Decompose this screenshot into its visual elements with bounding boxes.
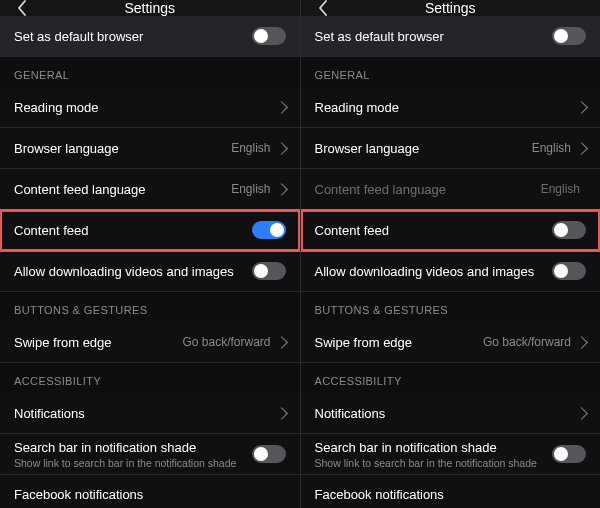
section-accessibility: ACCESSIBILITY [301,363,601,393]
search-bar-shade[interactable]: Search bar in notification shade Show li… [0,434,300,475]
search-bar-shade-sub: Show link to search bar in the notificat… [14,457,252,469]
page-title: Settings [425,0,476,16]
chevron-right-icon [275,101,288,114]
header-bar: Settings [0,0,300,16]
set-default-browser[interactable]: Set as default browser [301,16,601,57]
browser-language[interactable]: Browser language English [0,128,300,169]
allow-download[interactable]: Allow downloading videos and images [0,251,300,292]
chevron-right-icon [575,101,588,114]
section-buttons-gestures: BUTTONS & GESTURES [301,292,601,322]
content-feed-language: Content feed language English [301,169,601,210]
chevron-right-icon [275,336,288,349]
default-browser-toggle[interactable] [252,27,286,45]
browser-language[interactable]: Browser language English [301,128,601,169]
back-button[interactable] [6,0,38,16]
browser-language-value: English [231,141,270,155]
chevron-right-icon [275,407,288,420]
search-bar-shade-label: Search bar in notification shade Show li… [14,440,252,469]
content-feed-toggle[interactable] [552,221,586,239]
search-bar-shade-toggle[interactable] [552,445,586,463]
content-feed-label: Content feed [14,223,252,238]
facebook-notifications[interactable]: Facebook notifications [301,475,601,508]
reading-mode-label: Reading mode [14,100,277,115]
default-browser-label: Set as default browser [315,29,553,44]
content-feed-language-label: Content feed language [14,182,231,197]
section-buttons-gestures: BUTTONS & GESTURES [0,292,300,322]
swipe-from-edge[interactable]: Swipe from edge Go back/forward [0,322,300,363]
search-bar-shade-sub: Show link to search bar in the notificat… [315,457,553,469]
content-feed-language-value: English [231,182,270,196]
browser-language-value: English [532,141,571,155]
header-bar: Settings [301,0,601,16]
allow-download[interactable]: Allow downloading videos and images [301,251,601,292]
facebook-notifications-label: Facebook notifications [315,487,587,502]
section-general: GENERAL [0,57,300,87]
swipe-from-edge-label: Swipe from edge [315,335,483,350]
facebook-notifications-label: Facebook notifications [14,487,286,502]
chevron-right-icon [575,336,588,349]
search-bar-shade-toggle[interactable] [252,445,286,463]
notifications[interactable]: Notifications [301,393,601,434]
settings-panel-left: Settings Set as default browser GENERAL … [0,0,300,508]
reading-mode[interactable]: Reading mode [301,87,601,128]
chevron-right-icon [275,183,288,196]
content-feed[interactable]: Content feed [0,210,300,251]
reading-mode[interactable]: Reading mode [0,87,300,128]
content-feed-label: Content feed [315,223,553,238]
back-button[interactable] [307,0,339,16]
allow-download-toggle[interactable] [252,262,286,280]
chevron-right-icon [575,407,588,420]
section-accessibility: ACCESSIBILITY [0,363,300,393]
page-title: Settings [124,0,175,16]
default-browser-toggle[interactable] [552,27,586,45]
browser-language-label: Browser language [315,141,532,156]
notifications[interactable]: Notifications [0,393,300,434]
content-feed-language-label: Content feed language [315,182,541,197]
allow-download-label: Allow downloading videos and images [315,264,553,279]
settings-panel-right: Settings Set as default browser GENERAL … [300,0,601,508]
notifications-label: Notifications [14,406,277,421]
comparison-stage: Settings Set as default browser GENERAL … [0,0,600,508]
facebook-notifications[interactable]: Facebook notifications [0,475,300,508]
chevron-left-icon [318,0,328,16]
swipe-from-edge-label: Swipe from edge [14,335,182,350]
swipe-from-edge-value: Go back/forward [483,335,571,349]
chevron-right-icon [575,142,588,155]
allow-download-toggle[interactable] [552,262,586,280]
content-feed[interactable]: Content feed [301,210,601,251]
section-general: GENERAL [301,57,601,87]
chevron-left-icon [17,0,27,16]
content-feed-toggle[interactable] [252,221,286,239]
swipe-from-edge[interactable]: Swipe from edge Go back/forward [301,322,601,363]
notifications-label: Notifications [315,406,578,421]
reading-mode-label: Reading mode [315,100,578,115]
set-default-browser[interactable]: Set as default browser [0,16,300,57]
browser-language-label: Browser language [14,141,231,156]
chevron-right-icon [275,142,288,155]
swipe-from-edge-value: Go back/forward [182,335,270,349]
content-feed-language-value: English [541,182,580,196]
search-bar-shade-label: Search bar in notification shade Show li… [315,440,553,469]
search-bar-shade[interactable]: Search bar in notification shade Show li… [301,434,601,475]
default-browser-label: Set as default browser [14,29,252,44]
content-feed-language[interactable]: Content feed language English [0,169,300,210]
allow-download-label: Allow downloading videos and images [14,264,252,279]
